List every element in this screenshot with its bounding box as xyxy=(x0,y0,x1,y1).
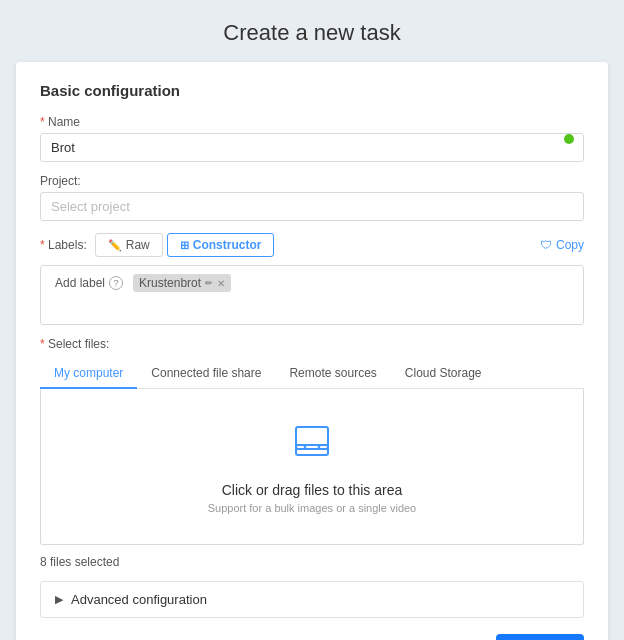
add-label-text: Add label xyxy=(55,276,105,290)
label-tag: Krustenbrot ✏ ✕ xyxy=(133,274,231,292)
project-field-row: Project: xyxy=(40,174,584,221)
tab-raw[interactable]: ✏️ Raw xyxy=(95,233,163,257)
question-icon: ? xyxy=(109,276,123,290)
name-input[interactable] xyxy=(40,133,584,162)
pencil-icon: ✏️ xyxy=(108,239,122,252)
tag-close-icon[interactable]: ✕ xyxy=(217,278,225,289)
files-selected-count: 8 files selected xyxy=(40,555,584,569)
chevron-right-icon: ▶ xyxy=(55,593,63,606)
tab-my-computer[interactable]: My computer xyxy=(40,359,137,389)
drop-title: Click or drag files to this area xyxy=(61,482,563,498)
tab-constructor[interactable]: ⊞ Constructor xyxy=(167,233,275,257)
form-footer: Submit xyxy=(40,634,584,640)
name-valid-indicator xyxy=(564,134,574,144)
tag-label: Krustenbrot xyxy=(139,276,201,290)
submit-button[interactable]: Submit xyxy=(496,634,584,640)
drop-subtitle: Support for a bulk images or a single vi… xyxy=(61,502,563,514)
main-card: Basic configuration Name Project: Labels… xyxy=(16,62,608,640)
copy-button[interactable]: 🛡 Copy xyxy=(540,238,584,252)
project-input[interactable] xyxy=(40,192,584,221)
name-label: Name xyxy=(40,115,584,129)
labels-tabs: ✏️ Raw ⊞ Constructor xyxy=(95,233,275,257)
advanced-config-label: Advanced configuration xyxy=(71,592,207,607)
file-tabs: My computer Connected file share Remote … xyxy=(40,359,584,389)
add-label-button[interactable]: Add label ? xyxy=(51,274,127,292)
inbox-icon xyxy=(61,419,563,472)
tab-connected-file-share[interactable]: Connected file share xyxy=(137,359,275,389)
advanced-config-row[interactable]: ▶ Advanced configuration xyxy=(40,581,584,618)
page-title: Create a new task xyxy=(223,20,400,46)
tab-remote-sources[interactable]: Remote sources xyxy=(275,359,390,389)
select-files-label: Select files: xyxy=(40,337,584,351)
select-files-section: Select files: My computer Connected file… xyxy=(40,337,584,545)
tab-cloud-storage[interactable]: Cloud Storage xyxy=(391,359,496,389)
labels-section: Labels: ✏️ Raw ⊞ Constructor 🛡 Copy xyxy=(40,233,584,325)
copy-icon: 🛡 xyxy=(540,238,552,252)
drop-area[interactable]: Click or drag files to this area Support… xyxy=(40,389,584,545)
labels-header: Labels: ✏️ Raw ⊞ Constructor 🛡 Copy xyxy=(40,233,584,257)
name-field-row: Name xyxy=(40,115,584,162)
labels-label: Labels: xyxy=(40,238,87,252)
labels-tags-area: Add label ? Krustenbrot ✏ ✕ xyxy=(40,265,584,325)
project-label: Project: xyxy=(40,174,584,188)
grid-icon: ⊞ xyxy=(180,239,189,252)
tag-edit-icon[interactable]: ✏ xyxy=(205,278,213,288)
section-title: Basic configuration xyxy=(40,82,584,99)
